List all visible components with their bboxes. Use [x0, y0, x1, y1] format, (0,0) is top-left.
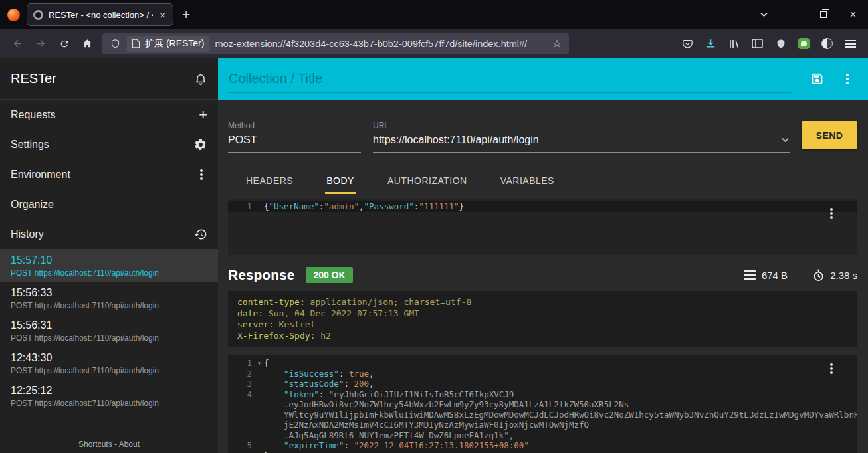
- browser-toolbar: 扩展 (RESTer) moz-extension://4f3203d4-cc6…: [0, 29, 868, 58]
- code-text: "expireTime": "2022-12-04T16:27:13.18021…: [264, 440, 857, 451]
- sidebar-item-history[interactable]: History: [0, 219, 218, 249]
- fold-gutter: [255, 430, 264, 441]
- response-header-value: h2: [315, 331, 330, 341]
- code-text: }: [264, 451, 857, 453]
- downloads-icon[interactable]: [699, 33, 722, 54]
- code-text: "token": "eyJhbGciOiJIUzI1NiIsInR5cCI6Ik…: [264, 389, 857, 400]
- request-url-field[interactable]: URL https://localhost:7110/api/auth/logi…: [373, 121, 790, 153]
- token: {: [264, 358, 269, 368]
- token: [264, 440, 284, 450]
- toolbar-right-icons: [676, 33, 862, 54]
- about-link[interactable]: About: [119, 440, 140, 449]
- url-bar[interactable]: 扩展 (RESTer) moz-extension://4f3203d4-cc6…: [102, 33, 569, 54]
- response-body-code: 1▾{2 "isSuccess": true,3 "statusCode": 2…: [228, 358, 857, 453]
- tab-body[interactable]: BODY: [325, 167, 356, 194]
- sidebar-header: RESTer: [0, 58, 218, 100]
- green-extension-icon[interactable]: [792, 33, 815, 54]
- bookmark-star-icon[interactable]: ☆: [552, 37, 562, 50]
- history-request: POST https://localhost:7110/api/auth/log…: [11, 301, 207, 310]
- sidebar-item-organize[interactable]: Organize: [0, 189, 218, 219]
- line-number: 6: [228, 451, 255, 453]
- restore-button[interactable]: [808, 0, 838, 29]
- ublock-shield-icon[interactable]: [769, 33, 792, 54]
- close-window-button[interactable]: ×: [838, 0, 868, 29]
- method-value[interactable]: POST: [228, 134, 361, 153]
- history-item[interactable]: 12:25:12POST https://localhost:7110/api/…: [0, 379, 218, 412]
- request-tabs: HEADERSBODYAUTHORIZATIONVARIABLES: [228, 167, 857, 194]
- sidebars-icon[interactable]: [746, 33, 769, 54]
- history-time: 12:43:30: [11, 352, 207, 364]
- settings-gear-icon[interactable]: [194, 138, 207, 151]
- browser-tab[interactable]: RESTer - <no collection> / < ×: [27, 3, 173, 26]
- shortcuts-link[interactable]: Shortcuts: [78, 440, 112, 449]
- response-size-icon: [744, 270, 756, 280]
- history-item[interactable]: 15:57:10POST https://localhost:7110/api/…: [0, 249, 218, 282]
- dark-reader-glyph: [821, 38, 833, 49]
- code-text: .eyJodHRwOi8vc2NoZW1hcy54bWxzb2FwLm9yZy9…: [264, 399, 857, 410]
- hamburger-glyph: [845, 43, 856, 45]
- line-number: [228, 410, 255, 420]
- home-icon[interactable]: [76, 33, 99, 54]
- collection-header: Collection / Title: [218, 58, 868, 100]
- minimize-button[interactable]: [778, 0, 808, 29]
- menu-icon[interactable]: [839, 33, 862, 54]
- response-body-editor[interactable]: 1▾{2 "isSuccess": true,3 "statusCode": 2…: [228, 355, 857, 453]
- tab-authorization[interactable]: AUTHORIZATION: [386, 167, 469, 194]
- fold-arrow-icon[interactable]: ▾: [255, 358, 264, 369]
- response-header-line: content-type: application/json; charset=…: [237, 296, 848, 308]
- environment-menu-icon[interactable]: [195, 169, 207, 181]
- sidebar-item-label: Requests: [11, 109, 56, 121]
- code-line: 2 "isSuccess": true,: [228, 369, 857, 379]
- response-editor-menu-icon[interactable]: [825, 363, 837, 375]
- history-item[interactable]: 15:56:31POST https://localhost:7110/api/…: [0, 314, 218, 347]
- tab-close-icon[interactable]: ×: [158, 9, 167, 21]
- line-number: [228, 399, 255, 410]
- sidebar-item-label: Settings: [11, 139, 49, 151]
- history-item[interactable]: 15:56:33POST https://localhost:7110/api/…: [0, 282, 218, 314]
- line-number: 4: [228, 389, 255, 400]
- list-tabs-chevron-icon[interactable]: [750, 12, 778, 17]
- url-dropdown-chevron-icon[interactable]: [781, 137, 790, 143]
- send-button[interactable]: SEND: [802, 121, 857, 149]
- response-meta: 674 B 2.38 s: [744, 269, 857, 282]
- tracking-shield-icon[interactable]: [110, 38, 121, 50]
- line-number: 1: [228, 201, 255, 212]
- response-header-name: server:: [237, 319, 274, 329]
- rester-favicon: [33, 10, 43, 20]
- history-time: 15:57:10: [11, 254, 207, 266]
- tab-headers[interactable]: HEADERS: [245, 167, 294, 194]
- token: YWltcy9uYW1lIjpbImFkbWluIiwiMDAwMS8xLzEg…: [284, 410, 857, 420]
- token: .eyJodHRwOi8vc2NoZW1hcy54bWxzb2FwLm9yZy9…: [284, 399, 629, 409]
- back-icon[interactable]: [6, 33, 29, 54]
- reload-icon[interactable]: [53, 33, 76, 54]
- new-tab-button[interactable]: +: [173, 7, 199, 23]
- dark-reader-icon[interactable]: [815, 33, 839, 54]
- extension-chip[interactable]: 扩展 (RESTer): [127, 36, 209, 52]
- tab-variables[interactable]: VARIABLES: [499, 167, 556, 194]
- library-icon[interactable]: [722, 33, 746, 54]
- header-menu-icon[interactable]: [841, 73, 853, 85]
- history-item[interactable]: 12:43:30POST https://localhost:7110/api/…: [0, 347, 218, 379]
- collection-title-input[interactable]: Collection / Title: [228, 71, 793, 93]
- request-url-value[interactable]: https://localhost:7110/api/auth/login: [373, 134, 539, 146]
- firefox-view-icon[interactable]: [7, 9, 20, 21]
- url-text[interactable]: moz-extension://4f3203d4-cc63-43b7-b0b2-…: [215, 39, 546, 49]
- history-icon[interactable]: [194, 228, 207, 241]
- token: "111111": [419, 201, 459, 211]
- request-workspace: Method POST URL https://localhost:7110/a…: [218, 100, 868, 453]
- request-body-editor[interactable]: 1{"UserName":"admin","Password":"111111"…: [228, 199, 857, 255]
- pocket-icon[interactable]: [676, 33, 699, 54]
- request-body-code: 1{"UserName":"admin","Password":"111111"…: [228, 201, 857, 212]
- sidebar-item-settings[interactable]: Settings: [0, 130, 218, 159]
- code-text: {"UserName":"admin","Password":"111111"}: [264, 201, 857, 212]
- add-request-icon[interactable]: +: [199, 109, 207, 121]
- request-editor-menu-icon[interactable]: [825, 207, 837, 219]
- token: "eyJhbGciOiJIUzI1NiIsInR5cCI6IkpXVCJ9: [329, 389, 514, 399]
- notifications-bell-icon[interactable]: [194, 72, 207, 86]
- method-field[interactable]: Method POST: [228, 121, 361, 153]
- sidebar-item-requests[interactable]: Requests +: [0, 100, 218, 130]
- save-request-icon[interactable]: [810, 72, 824, 86]
- sidebar-item-environment[interactable]: Environment: [0, 159, 218, 189]
- fold-gutter: [255, 201, 264, 212]
- forward-icon[interactable]: [29, 33, 53, 54]
